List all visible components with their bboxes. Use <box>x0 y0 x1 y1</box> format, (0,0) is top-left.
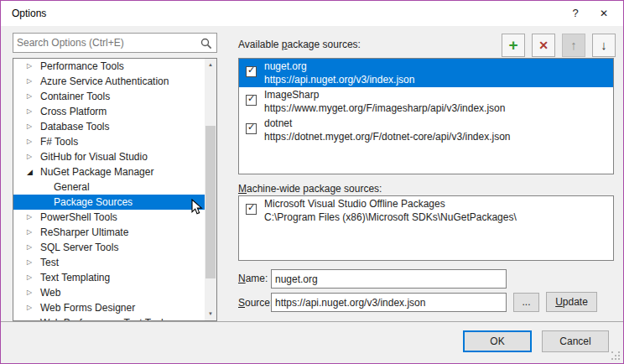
machine-sources-label: Machine-wide package sources: <box>238 183 382 195</box>
tree-item-label: Text Templating <box>40 270 110 285</box>
tree-item-label: F# Tools <box>40 134 78 149</box>
source-input[interactable] <box>271 293 507 312</box>
search-input[interactable] <box>13 34 200 52</box>
tree-item-test[interactable]: ▷Test <box>13 255 205 270</box>
tree-item-text-templating[interactable]: ▷Text Templating <box>13 270 205 285</box>
help-button[interactable]: ? <box>561 1 590 26</box>
source-url: https://www.myget.org/F/imagesharp/api/v… <box>264 101 505 115</box>
update-button[interactable]: Update <box>546 292 597 312</box>
tree-item-label: NuGet Package Manager <box>40 164 153 179</box>
chevron-collapsed-icon[interactable]: ▷ <box>27 255 37 270</box>
search-icon <box>200 37 213 50</box>
cancel-button[interactable]: Cancel <box>542 330 609 352</box>
chevron-collapsed-icon[interactable]: ▷ <box>27 119 37 134</box>
check-icon: ✓ <box>247 122 255 133</box>
tree-item-label: Database Tools <box>40 119 110 134</box>
source-name: ImageSharp <box>264 88 505 101</box>
arrow-up-icon: ↑ <box>563 34 585 56</box>
tree-item-label: Web Forms Designer <box>40 300 135 315</box>
tree-item-azure-service-authentication[interactable]: ▷Azure Service Authentication <box>13 74 205 89</box>
chevron-collapsed-icon[interactable]: ▷ <box>27 225 37 240</box>
options-tree: ▷Performance Tools ▷Azure Service Authen… <box>13 58 217 321</box>
source-name: dotnet <box>264 117 511 130</box>
name-input[interactable] <box>271 269 507 289</box>
available-sources-list: ✓ nuget.orghttps://api.nuget.org/v3/inde… <box>238 58 614 174</box>
label-access-key: N <box>238 273 246 284</box>
checkbox-checked[interactable]: ✓ <box>246 95 257 106</box>
tree-item-powershell-tools[interactable]: ▷PowerShell Tools <box>13 210 205 225</box>
source-row-vs-offline-packages[interactable]: ✓ Microsoft Visual Studio Offline Packag… <box>239 196 613 225</box>
name-label: Name: <box>238 273 268 284</box>
chevron-collapsed-icon[interactable]: ▷ <box>27 89 37 104</box>
tree-item-database-tools[interactable]: ▷Database Tools <box>13 119 205 134</box>
chevron-collapsed-icon[interactable]: ▷ <box>27 134 37 149</box>
scrollbar-thumb[interactable] <box>205 126 216 278</box>
source-row-nuget-org[interactable]: ✓ nuget.orghttps://api.nuget.org/v3/inde… <box>239 59 613 87</box>
close-button[interactable]: ✕ <box>590 1 618 26</box>
remove-source-button[interactable]: ✕ <box>532 34 555 57</box>
source-url: C:\Program Files (x86)\Microsoft SDKs\Nu… <box>264 211 517 224</box>
source-row-dotnet[interactable]: ✓ dotnethttps://dotnet.myget.org/F/dotne… <box>239 116 613 144</box>
checkbox-checked[interactable]: ✓ <box>246 66 257 77</box>
chevron-collapsed-icon[interactable]: ▷ <box>27 104 37 119</box>
resize-grip[interactable] <box>611 351 620 360</box>
chevron-expanded-icon[interactable]: ◢ <box>27 164 37 179</box>
source-url: https://dotnet.myget.org/F/dotnet-core/a… <box>264 130 511 143</box>
footer-separator <box>1 321 624 322</box>
options-dialog: Options ? ✕ ▷Performance Tools ▷Azure Se… <box>0 0 624 364</box>
chevron-collapsed-icon[interactable]: ▷ <box>27 149 37 164</box>
chevron-collapsed-icon[interactable]: ▷ <box>27 59 37 74</box>
tree-item-general[interactable]: General <box>13 179 205 195</box>
label-part: ource: <box>245 297 273 309</box>
tree-item-github-for-visual-studio[interactable]: ▷GitHub for Visual Studio <box>13 149 205 164</box>
tree-item-label: Web Performance Test Tools <box>40 315 169 321</box>
tree-item-label: PowerShell Tools <box>40 210 117 225</box>
tree-item-label: GitHub for Visual Studio <box>40 149 148 164</box>
move-down-button[interactable]: ↓ <box>592 34 616 57</box>
label-access-key: U <box>555 296 563 308</box>
window-title: Options <box>12 1 46 26</box>
checkbox-checked[interactable]: ✓ <box>246 204 257 215</box>
label-part: Available <box>238 39 282 50</box>
check-icon: ✓ <box>247 93 255 104</box>
machine-sources-list: ✓ Microsoft Visual Studio Offline Packag… <box>238 195 614 261</box>
chevron-collapsed-icon[interactable]: ▷ <box>27 315 37 321</box>
tree-item-fsharp-tools[interactable]: ▷F# Tools <box>13 134 205 149</box>
tree-item-web-performance-test-tools[interactable]: ▷Web Performance Test Tools <box>13 315 205 321</box>
chevron-collapsed-icon[interactable]: ▷ <box>27 210 37 225</box>
tree-item-nuget-package-manager[interactable]: ◢NuGet Package Manager <box>13 164 205 179</box>
tree-item-web[interactable]: ▷Web <box>13 285 205 300</box>
chevron-collapsed-icon[interactable]: ▷ <box>27 240 37 255</box>
checkbox-checked[interactable]: ✓ <box>246 123 257 134</box>
source-url: https://api.nuget.org/v3/index.json <box>264 73 414 86</box>
tree-item-resharper-ultimate[interactable]: ▷ReSharper Ultimate <box>13 225 205 240</box>
scrollbar-down-icon[interactable]: ▼ <box>205 308 216 320</box>
chevron-collapsed-icon[interactable]: ▷ <box>27 270 37 285</box>
move-up-button[interactable]: ↑ <box>562 34 585 57</box>
browse-button[interactable]: ... <box>513 293 539 312</box>
add-source-button[interactable]: + <box>502 34 525 57</box>
label-access-key: S <box>238 297 245 309</box>
tree-item-cross-platform[interactable]: ▷Cross Platform <box>13 104 205 119</box>
source-row-imagesharp[interactable]: ✓ ImageSharphttps://www.myget.org/F/imag… <box>239 87 613 116</box>
tree-item-container-tools[interactable]: ▷Container Tools <box>13 89 205 104</box>
tree-item-label: Test <box>40 255 59 270</box>
tree-item-sql-server-tools[interactable]: ▷SQL Server Tools <box>13 240 205 255</box>
chevron-collapsed-icon[interactable]: ▷ <box>27 74 37 89</box>
tree-item-web-forms-designer[interactable]: ▷Web Forms Designer <box>13 300 205 315</box>
chevron-collapsed-icon[interactable]: ▷ <box>27 300 37 315</box>
available-sources-label: Available package sources: <box>238 39 361 50</box>
source-label: Source: <box>238 297 273 309</box>
ok-button[interactable]: OK <box>463 330 532 352</box>
label-access-key: M <box>238 183 247 195</box>
scrollbar-up-icon[interactable]: ▲ <box>205 59 216 71</box>
tree-item-label: Package Sources <box>54 195 133 210</box>
tree-item-package-sources[interactable]: Package Sources <box>13 195 205 210</box>
tree-item-label: Cross Platform <box>40 104 107 119</box>
tree-scrollbar[interactable]: ▲ ▼ <box>205 59 216 320</box>
tree-item-performance-tools[interactable]: ▷Performance Tools <box>13 59 205 74</box>
tree-item-label: Performance Tools <box>40 59 124 74</box>
chevron-collapsed-icon[interactable]: ▷ <box>27 285 37 300</box>
label-part: pdate <box>563 296 588 308</box>
label-part: ackage sources: <box>288 39 361 50</box>
